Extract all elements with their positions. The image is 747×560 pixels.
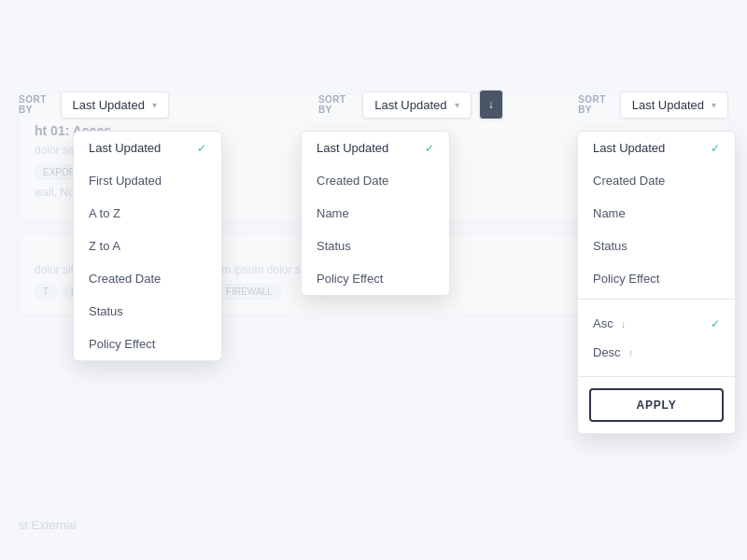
dropdown-item-name-3[interactable]: Name: [578, 197, 735, 230]
order-desc-label: Desc: [593, 345, 621, 359]
dropdown-item-label: Last Updated: [89, 141, 161, 155]
order-item-asc[interactable]: Asc ↓ ✓: [578, 309, 735, 338]
dropdown-item-status-1[interactable]: Status: [74, 295, 221, 328]
dropdown-item-created-date-2[interactable]: Created Date: [302, 164, 449, 197]
check-icon-2: ✓: [425, 142, 434, 155]
dropdown-item-policy-effect-3[interactable]: Policy Effect: [578, 262, 735, 295]
chevron-down-icon-2: ▾: [455, 100, 459, 110]
sort-direction-button[interactable]: ↓: [479, 90, 504, 119]
dropdown-menu-3: Last Updated ✓ Created Date Name Status …: [577, 131, 736, 434]
sort-group-2: SORT BY Last Updated ▾ ↓: [318, 90, 503, 119]
dropdown-item-label: Policy Effect: [317, 272, 383, 286]
arrow-up-icon: ↑: [628, 347, 634, 358]
dropdown-1: Last Updated ✓ First Updated A to Z Z to…: [73, 131, 222, 361]
arrow-down-icon: ↓: [621, 318, 627, 329]
apply-button[interactable]: APPLY: [589, 388, 724, 422]
dropdown-item-label: Status: [593, 239, 627, 253]
chevron-down-icon-1: ▾: [152, 100, 157, 110]
dropdown-2: Last Updated ✓ Created Date Name Status …: [301, 131, 450, 296]
dropdown-item-last-updated-1[interactable]: Last Updated ✓: [74, 132, 221, 164]
dropdown-item-last-updated-3[interactable]: Last Updated ✓: [578, 132, 735, 164]
dropdown-item-label: First Updated: [89, 174, 162, 188]
sort-button-1[interactable]: Last Updated ▾: [61, 91, 169, 119]
sort-bar: SORT BY Last Updated ▾ SORT BY Last Upda…: [0, 90, 747, 119]
sort-direction-icon: ↓: [488, 98, 494, 111]
dropdown-item-first-updated[interactable]: First Updated: [74, 164, 221, 197]
dropdown-item-status-3[interactable]: Status: [578, 230, 735, 262]
sort-value-1: Last Updated: [73, 98, 145, 112]
dropdown-item-label: Z to A: [89, 239, 120, 253]
sort-group-3: SORT BY Last Updated ▾: [578, 91, 728, 119]
dropdown-item-label: Name: [593, 206, 626, 220]
dropdown-item-label: Status: [89, 304, 123, 318]
dropdown-menu-2: Last Updated ✓ Created Date Name Status …: [301, 131, 450, 296]
check-icon-3: ✓: [711, 142, 720, 155]
sort-label-1: SORT BY: [19, 94, 53, 115]
order-section: Asc ↓ ✓ Desc ↑: [578, 303, 735, 372]
divider-1: [578, 299, 735, 300]
dropdown-item-label: Policy Effect: [89, 337, 155, 351]
dropdown-item-label: Last Updated: [593, 141, 665, 155]
sort-label-2: SORT BY: [318, 94, 355, 115]
sort-button-3[interactable]: Last Updated ▾: [620, 91, 728, 119]
bg-tag-t: T: [35, 284, 57, 300]
dropdown-item-policy-effect-2[interactable]: Policy Effect: [302, 262, 449, 295]
dropdown-item-a-to-z[interactable]: A to Z: [74, 197, 221, 230]
order-item-desc[interactable]: Desc ↑: [578, 338, 735, 367]
divider-2: [578, 376, 735, 377]
dropdown-item-created-date-1[interactable]: Created Date: [74, 262, 221, 295]
dropdown-item-last-updated-2[interactable]: Last Updated ✓: [302, 132, 449, 164]
sort-value-2: Last Updated: [374, 98, 446, 112]
dropdown-item-label: Created Date: [593, 174, 665, 188]
dropdown-item-policy-effect-1[interactable]: Policy Effect: [74, 328, 221, 360]
asc-check-icon: ✓: [711, 317, 720, 330]
chevron-down-icon-3: ▾: [712, 100, 716, 110]
order-asc-label: Asc: [593, 316, 613, 330]
dropdown-item-label: Status: [317, 239, 351, 253]
check-icon-1: ✓: [197, 142, 206, 155]
sort-label-3: SORT BY: [578, 94, 613, 115]
sort-value-3: Last Updated: [632, 98, 704, 112]
bg-tag-firewall-2: FIREWALL: [218, 284, 281, 300]
dropdown-item-label: Policy Effect: [593, 272, 659, 286]
dropdown-item-created-date-3[interactable]: Created Date: [578, 164, 735, 197]
dropdown-3: Last Updated ✓ Created Date Name Status …: [577, 131, 736, 434]
dropdown-item-label: Name: [317, 206, 349, 220]
sort-button-2[interactable]: Last Updated ▾: [362, 91, 471, 119]
dropdown-item-label: Created Date: [317, 174, 388, 188]
dropdown-item-label: Created Date: [89, 272, 161, 286]
dropdown-item-status-2[interactable]: Status: [302, 230, 449, 262]
dropdown-item-name-2[interactable]: Name: [302, 197, 449, 230]
sort-group-1: SORT BY Last Updated ▾: [19, 91, 169, 119]
bg-list-external: st External: [19, 518, 76, 532]
dropdown-menu-1: Last Updated ✓ First Updated A to Z Z to…: [73, 131, 222, 361]
dropdown-item-label: A to Z: [89, 206, 120, 220]
dropdown-item-label: Last Updated: [317, 141, 388, 155]
dropdown-item-z-to-a[interactable]: Z to A: [74, 230, 221, 262]
